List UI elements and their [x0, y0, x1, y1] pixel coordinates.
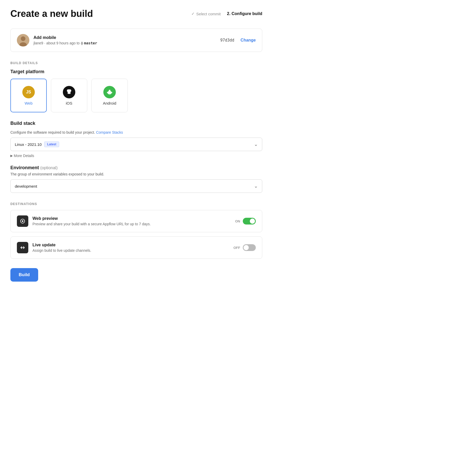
platform-card-ios[interactable]: iOS: [51, 79, 87, 112]
change-button[interactable]: Change: [240, 38, 256, 43]
svg-point-7: [110, 90, 111, 91]
chevron-down-icon: ⌄: [254, 141, 258, 147]
ios-label: iOS: [66, 101, 72, 105]
live-update-desc: Assign build to live update channels.: [32, 248, 91, 253]
build-stack-section: Build stack Configure the software requi…: [10, 121, 262, 158]
svg-rect-9: [110, 94, 110, 95]
page-title: Create a new build: [10, 8, 93, 19]
commit-info-left: Add mobile jlane9 · about 9 hours ago to…: [17, 34, 97, 46]
svg-rect-5: [111, 92, 112, 93]
live-update-toggle[interactable]: [243, 244, 256, 251]
commit-info-right: 97d3dd Change: [220, 38, 256, 43]
commit-hash: 97d3dd: [220, 38, 234, 43]
web-preview-icon: [17, 215, 28, 227]
build-details-label: BUILD DETAILS: [10, 61, 262, 65]
svg-point-6: [109, 90, 109, 91]
svg-rect-8: [109, 94, 109, 95]
web-preview-title: Web preview: [32, 216, 151, 221]
environment-value: development: [15, 184, 37, 188]
live-update-icon: [17, 242, 28, 253]
target-platform-label: Target platform: [10, 69, 262, 74]
branch-name: master: [84, 41, 97, 45]
destinations-section: DESTINATIONS Web preview Preview and sha…: [10, 202, 262, 259]
compare-stacks-link[interactable]: Compare Stacks: [96, 130, 123, 134]
live-update-title: Live update: [32, 243, 91, 247]
checkmark-icon: ✓: [191, 11, 195, 16]
commit-author: jlane9: [33, 41, 43, 45]
build-stack-value: Linux - 2021.10: [15, 142, 42, 147]
destinations-label: DESTINATIONS: [10, 202, 262, 206]
svg-rect-4: [107, 92, 108, 93]
build-button[interactable]: Build: [10, 268, 38, 282]
ios-icon: [63, 86, 75, 98]
android-icon: [103, 86, 116, 98]
step-2: 2. Configure build: [227, 11, 262, 16]
web-preview-desc: Preview and share your build with a secu…: [32, 222, 151, 226]
svg-rect-3: [108, 91, 111, 94]
commit-time: · about 9 hours ago to: [44, 41, 79, 45]
commit-details: Add mobile jlane9 · about 9 hours ago to…: [33, 35, 97, 45]
destination-web-preview: Web preview Preview and share your build…: [10, 210, 262, 232]
environment-dropdown[interactable]: development ⌄: [10, 179, 262, 193]
platform-card-web[interactable]: JS Web: [10, 79, 47, 112]
branch-icon: ϕ: [81, 41, 83, 45]
chevron-down-icon-env: ⌄: [254, 183, 258, 189]
web-preview-toggle-label: ON: [235, 219, 240, 223]
web-preview-toggle[interactable]: [243, 218, 256, 225]
commit-meta: jlane9 · about 9 hours ago to ϕ master: [33, 41, 97, 45]
platform-card-android[interactable]: Android: [91, 79, 128, 112]
web-icon: JS: [22, 86, 35, 98]
platform-cards: JS Web iOS: [10, 79, 262, 112]
web-label: Web: [25, 101, 33, 105]
optional-tag: (optional): [40, 166, 58, 170]
build-stack-desc: Configure the software required to build…: [10, 130, 262, 134]
svg-point-11: [22, 220, 23, 222]
build-details-section: BUILD DETAILS Target platform JS Web iOS: [10, 61, 262, 193]
step-1: ✓ Select commit: [191, 11, 221, 16]
environment-desc: The group of environment variables expos…: [10, 172, 262, 176]
svg-point-1: [21, 36, 25, 41]
avatar: [17, 34, 29, 46]
page-header: Create a new build ✓ Select commit 2. Co…: [10, 8, 262, 19]
live-update-toggle-label: OFF: [233, 246, 240, 250]
commit-title: Add mobile: [33, 35, 97, 40]
build-stack-dropdown[interactable]: Linux - 2021.10 Latest ⌄: [10, 138, 262, 151]
commit-card: Add mobile jlane9 · about 9 hours ago to…: [10, 29, 262, 52]
destination-live-update: Live update Assign build to live update …: [10, 236, 262, 259]
environment-title: Environment (optional): [10, 165, 262, 171]
android-label: Android: [103, 101, 116, 105]
build-stack-title: Build stack: [10, 121, 262, 126]
environment-section: Environment (optional) The group of envi…: [10, 165, 262, 193]
step-1-label: Select commit: [196, 12, 221, 16]
latest-badge: Latest: [44, 141, 59, 147]
more-details-toggle[interactable]: ▶ More Details: [10, 154, 262, 158]
steps-indicator: ✓ Select commit 2. Configure build: [191, 11, 262, 16]
